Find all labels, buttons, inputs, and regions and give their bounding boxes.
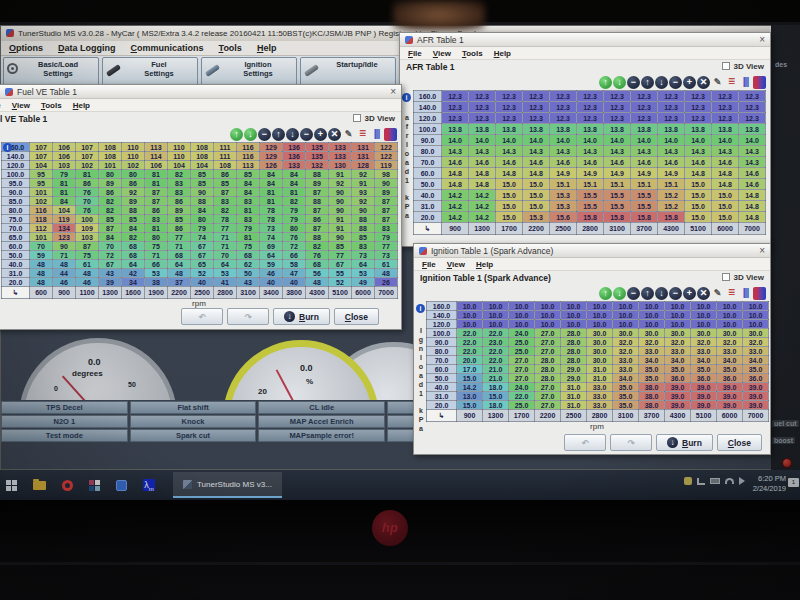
speaker-icon[interactable] — [739, 477, 745, 485]
table-cell[interactable]: 15.0 — [685, 212, 712, 223]
table-cell[interactable]: 46 — [260, 269, 283, 278]
table-cell[interactable]: 111 — [214, 152, 237, 161]
table-cell[interactable]: 40 — [260, 278, 283, 287]
table-cell[interactable]: 12.3 — [550, 113, 577, 124]
menu-help[interactable]: Help — [73, 101, 90, 110]
table-cell[interactable]: 10.0 — [717, 311, 743, 320]
table-cell[interactable]: 10.0 — [535, 311, 561, 320]
table-cell[interactable]: 14.2 — [469, 190, 496, 201]
table-cell[interactable]: 77 — [168, 233, 191, 242]
table-cell[interactable]: 87 — [306, 188, 329, 197]
y-axis-cell[interactable]: 70.0 — [427, 356, 457, 365]
table-cell[interactable]: 73 — [375, 251, 398, 260]
table-cell[interactable]: 128 — [352, 161, 375, 170]
x-axis-cell[interactable]: 2800 — [577, 223, 604, 235]
pencil-icon[interactable]: ✎ — [711, 76, 724, 89]
table-cell[interactable]: 27.0 — [535, 392, 561, 401]
x-axis-cell[interactable]: 2200 — [535, 410, 561, 422]
table-cell[interactable]: 13.8 — [658, 124, 685, 135]
table-cell[interactable]: 87 — [375, 197, 398, 206]
table-cell[interactable]: 28.0 — [535, 365, 561, 374]
table-cell[interactable]: 84 — [237, 179, 260, 188]
x-axis-cell[interactable]: 900 — [53, 287, 76, 299]
start-button[interactable] — [6, 480, 17, 491]
table-cell[interactable]: 39 — [99, 278, 122, 287]
table-cell[interactable]: 10.0 — [613, 311, 639, 320]
table-cell[interactable]: 64 — [122, 260, 145, 269]
table-cell[interactable]: 27.0 — [509, 374, 535, 383]
table-cell[interactable]: 90 — [329, 197, 352, 206]
table-cell[interactable]: 24.0 — [509, 383, 535, 392]
table-cell[interactable]: 14.8 — [739, 190, 766, 201]
table-cell[interactable]: 44 — [53, 269, 76, 278]
table-cell[interactable]: 101 — [30, 188, 53, 197]
y-axis-cell[interactable]: 20.0 — [414, 212, 442, 223]
info-icon[interactable]: i — [416, 304, 425, 313]
table-cell[interactable]: 12.3 — [550, 102, 577, 113]
x-axis-cell[interactable]: 900 — [442, 223, 469, 235]
table-cell[interactable]: 66 — [283, 251, 306, 260]
table-cell[interactable]: 70 — [30, 242, 53, 251]
table-cell[interactable]: 12.3 — [658, 91, 685, 102]
table-cell[interactable]: 15.0 — [457, 401, 483, 410]
table-cell[interactable]: 14.0 — [739, 135, 766, 146]
table-cell[interactable]: 10.0 — [509, 311, 535, 320]
table-cell[interactable]: 22.0 — [483, 356, 509, 365]
table-cell[interactable]: 104 — [53, 206, 76, 215]
table-cell[interactable]: 86 — [122, 179, 145, 188]
table-cell[interactable]: 14.3 — [604, 146, 631, 157]
table-cell[interactable]: 88 — [122, 206, 145, 215]
table-cell[interactable]: 78 — [260, 206, 283, 215]
table-cell[interactable]: 14.6 — [685, 157, 712, 168]
table-cell[interactable]: 110 — [122, 143, 145, 152]
menu-lines-icon[interactable]: ≡ — [725, 287, 738, 300]
table-cell[interactable]: 14.6 — [442, 157, 469, 168]
menu-lines-icon[interactable]: ≡ — [725, 76, 738, 89]
table-cell[interactable]: 15.0 — [685, 179, 712, 190]
shift-down-icon[interactable]: ↓ — [286, 128, 299, 141]
table-cell[interactable]: 35.0 — [613, 401, 639, 410]
table-cell[interactable]: 28.0 — [535, 374, 561, 383]
table-cell[interactable]: 112 — [30, 224, 53, 233]
table-cell[interactable]: 89 — [306, 179, 329, 188]
table-cell[interactable]: 82 — [283, 197, 306, 206]
table-cell[interactable]: 10.0 — [717, 320, 743, 329]
table-cell[interactable]: 79 — [191, 224, 214, 233]
close-icon[interactable]: × — [759, 244, 765, 258]
table-cell[interactable]: 132 — [306, 161, 329, 170]
table-cell[interactable]: 33.0 — [587, 383, 613, 392]
table-cell[interactable]: 87 — [306, 224, 329, 233]
y-axis-cell[interactable]: 140.0 — [2, 152, 30, 161]
decrement-icon[interactable]: − — [258, 128, 271, 141]
table-cell[interactable]: 14.8 — [523, 168, 550, 179]
table-cell[interactable]: 81 — [237, 206, 260, 215]
table-cell[interactable]: 34.0 — [743, 356, 769, 365]
table-cell[interactable]: 90 — [191, 188, 214, 197]
table-cell[interactable]: 77 — [375, 242, 398, 251]
y-axis-cell[interactable]: 60.0 — [414, 168, 442, 179]
menu-tools[interactable]: Tools — [219, 43, 242, 53]
y-axis-cell[interactable]: 120.0 — [427, 320, 457, 329]
x-axis-cell[interactable]: 900 — [457, 410, 483, 422]
y-axis-cell[interactable]: 40.0 — [414, 190, 442, 201]
table-cell[interactable]: 14.8 — [442, 179, 469, 190]
table-cell[interactable]: 85 — [329, 242, 352, 251]
table-cell[interactable]: 90 — [329, 188, 352, 197]
table-cell[interactable]: 89 — [99, 179, 122, 188]
table-cell[interactable]: 91 — [329, 224, 352, 233]
table-cell[interactable]: 73 — [352, 251, 375, 260]
shift-up-icon[interactable]: ↑ — [272, 128, 285, 141]
table-cell[interactable]: 12.3 — [577, 102, 604, 113]
table-cell[interactable]: 122 — [375, 143, 398, 152]
table-cell[interactable]: 10.0 — [665, 302, 691, 311]
wifi-icon[interactable] — [725, 478, 734, 484]
table-cell[interactable]: 33.0 — [587, 392, 613, 401]
fuel-settings-button[interactable]: FuelSettings — [102, 57, 198, 85]
table-cell[interactable]: 13.8 — [577, 124, 604, 135]
table-cell[interactable]: 14.3 — [577, 146, 604, 157]
table-cell[interactable]: 15.6 — [550, 212, 577, 223]
table-cell[interactable]: 12.3 — [577, 113, 604, 124]
table-cell[interactable]: 15.0 — [457, 374, 483, 383]
table-cell[interactable]: 25.0 — [509, 338, 535, 347]
table-cell[interactable]: 12.3 — [712, 113, 739, 124]
